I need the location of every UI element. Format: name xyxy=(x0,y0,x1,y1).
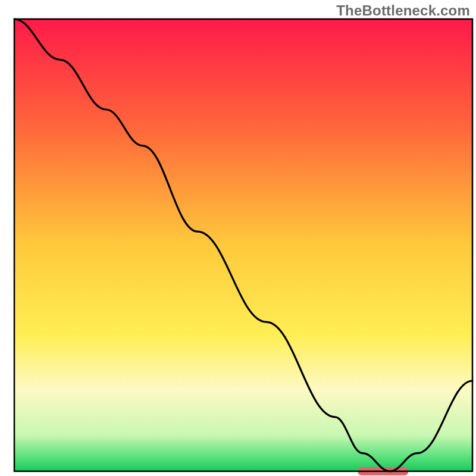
watermark-text: TheBottleneck.com xyxy=(336,2,470,19)
plot-background xyxy=(14,19,472,471)
chart-svg xyxy=(0,0,476,476)
bottleneck-chart: TheBottleneck.com xyxy=(0,0,476,476)
